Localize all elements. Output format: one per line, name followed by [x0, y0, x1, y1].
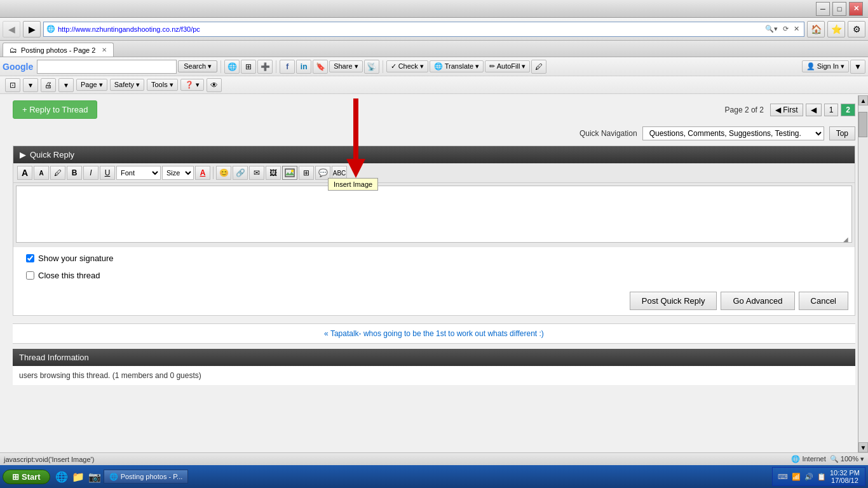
search-button[interactable]: Search ▾ — [178, 60, 217, 72]
insert-image-tooltip: Insert Image — [328, 178, 378, 191]
status-right: 🌐 Internet 🔍 100% ▾ — [791, 455, 864, 463]
favorites-button[interactable]: ⭐ — [827, 21, 845, 37]
svg-marker-1 — [285, 172, 294, 175]
font-size-decrease-btn[interactable]: A — [34, 166, 49, 180]
bold-btn[interactable]: B — [67, 166, 82, 180]
ie-dropdown1[interactable]: ▾ — [23, 78, 38, 92]
close-button[interactable]: ✕ — [849, 2, 863, 16]
go-advanced-button[interactable]: Go Advanced — [721, 292, 794, 310]
scrollbar[interactable]: ▲ ▼ — [858, 95, 868, 452]
pagination: Page 2 of 2 ◀ First ◀ 1 2 — [725, 104, 855, 116]
windows-logo: ⊞ — [12, 472, 19, 482]
ie-print-dropdown[interactable]: ▾ — [58, 78, 74, 92]
google-search-input[interactable] — [37, 60, 177, 74]
underline-btn[interactable]: U — [100, 166, 115, 180]
page-menu[interactable]: Page ▾ — [76, 79, 107, 91]
font-size-increase-btn[interactable]: A — [17, 166, 32, 180]
smiley-btn[interactable]: 😊 — [216, 166, 231, 180]
minimize-button[interactable]: ─ — [816, 2, 830, 16]
nav-bar: ◀ ▶ 🌐 http://www.nzhuntingandshooting.co… — [0, 18, 868, 41]
home-button[interactable]: 🏠 — [807, 21, 825, 37]
back-button[interactable]: ◀ — [3, 21, 20, 37]
italic-btn[interactable]: I — [83, 166, 98, 180]
start-button[interactable]: ⊞ Start — [3, 470, 50, 484]
refresh-btn[interactable]: ⟳ — [781, 24, 790, 34]
page-content: + Reply to Thread Page 2 of 2 ◀ First ◀ … — [0, 94, 868, 487]
resize-handle[interactable]: ◢ — [843, 236, 851, 243]
safety-menu[interactable]: Safety ▾ — [110, 79, 144, 91]
share-button[interactable]: Share ▾ — [329, 60, 362, 72]
size-select[interactable]: Size — [162, 166, 194, 180]
thread-info-header: Thread Information — [13, 349, 855, 366]
taskbar-extra-icon[interactable]: 📷 — [87, 470, 102, 484]
taskbar-ie-icon[interactable]: 🌐 — [54, 470, 69, 484]
toolbar-sep1 — [213, 166, 214, 179]
globe-icon-btn[interactable]: 🌐 — [224, 60, 240, 74]
ie-icon2[interactable]: 🖨 — [41, 78, 56, 92]
taskbar-items: 🌐 📁 📷 🌐 Posting photos - P... — [51, 470, 771, 484]
ie-icon1[interactable]: ⊡ — [5, 78, 20, 92]
forward-button[interactable]: ▶ — [23, 21, 41, 37]
email-btn[interactable]: ✉ — [249, 166, 264, 180]
image-url-btn[interactable]: 🖼 — [266, 166, 281, 180]
search-dropdown[interactable]: 🔍▾ — [763, 24, 780, 34]
first-page-button[interactable]: ◀ First — [770, 104, 803, 116]
editor-toolbar: A A 🖊 B I U Font Size A 😊 🔗 ✉ 🖼 — [13, 163, 855, 183]
show-signature-label: Show your signature — [38, 254, 114, 263]
font-select[interactable]: Font — [116, 166, 161, 180]
show-signature-checkbox[interactable] — [26, 254, 34, 262]
grid-icon-btn[interactable]: ⊞ — [241, 60, 256, 74]
taskbar-ie-window[interactable]: 🌐 Posting photos - P... — [104, 470, 189, 484]
quick-reply-header-label: Quick Reply — [30, 150, 74, 159]
tools-menu[interactable]: Tools ▾ — [147, 79, 178, 91]
clock: 10:32 PM 17/08/12 — [830, 469, 860, 484]
stop-btn[interactable]: ✕ — [792, 24, 801, 34]
translate-button[interactable]: 🌐 Translate ▾ — [430, 60, 484, 72]
top-button[interactable]: Top — [829, 126, 855, 140]
plus-icon-btn[interactable]: ➕ — [257, 60, 273, 74]
tapatalk-link[interactable]: « Tapatalk- whos going to be the 1st to … — [324, 329, 544, 338]
check-button[interactable]: ✓ Check ▾ — [386, 60, 428, 72]
autofill-button[interactable]: ✏ AutoFill ▾ — [485, 60, 530, 72]
taskbar-folder-icon[interactable]: 📁 — [71, 470, 86, 484]
remove-formatting-btn[interactable]: 🖊 — [50, 166, 65, 180]
prev-page-button[interactable]: ◀ — [806, 104, 822, 116]
cancel-button[interactable]: Cancel — [799, 292, 848, 310]
close-thread-row: Close this thread — [20, 267, 848, 284]
settings-icon[interactable]: ▼ — [850, 60, 865, 74]
link-btn[interactable]: 🔗 — [233, 166, 248, 180]
reply-thread-button[interactable]: + Reply to Thread — [13, 100, 97, 119]
help-menu[interactable]: ❓ ▾ — [180, 79, 204, 91]
facebook-icon-btn[interactable]: f — [280, 60, 295, 74]
post-quick-reply-button[interactable]: Post Quick Reply — [630, 292, 717, 310]
taskbar: ⊞ Start 🌐 📁 📷 🌐 Posting photos - P... ⌨ … — [0, 465, 868, 487]
active-tab[interactable]: 🗂 Posting photos - Page 2 ✕ — [3, 43, 114, 57]
font-color-btn[interactable]: A — [195, 166, 210, 180]
quick-nav-select[interactable]: Questions, Comments, Suggestions, Testin… — [642, 126, 824, 140]
google-toolbar: Google Search ▾ 🌐 ⊞ ➕ f in 🔖 Share ▾ 📡 ✓… — [0, 57, 868, 76]
maximize-button[interactable]: □ — [832, 2, 846, 16]
tools-button[interactable]: ⚙ — [848, 21, 865, 37]
sign-in-button[interactable]: 👤 Sign In ▾ — [802, 60, 849, 72]
insert-image-btn[interactable] — [282, 166, 297, 180]
rss-icon-btn[interactable]: 📡 — [364, 60, 379, 74]
autofill-icon[interactable]: 🖊 — [531, 60, 546, 74]
close-thread-checkbox[interactable] — [26, 271, 34, 280]
show-signature-row: Show your signature — [20, 250, 848, 267]
volume-icon: 🔊 — [804, 473, 813, 481]
table-btn[interactable]: ⊞ — [299, 166, 314, 180]
insert-image-icon — [285, 168, 295, 178]
taskbar-right: ⌨ 📶 🔊 📋 10:32 PM 17/08/12 — [772, 467, 865, 486]
separator3 — [383, 60, 383, 73]
bookmark-icon-btn[interactable]: 🔖 — [313, 60, 328, 74]
reply-textarea[interactable] — [16, 186, 852, 243]
address-text[interactable]: http://www.nzhuntingandshooting.co.nz/f3… — [58, 25, 761, 33]
tab-close-button[interactable]: ✕ — [102, 46, 107, 53]
eye-icon[interactable]: 👁 — [207, 78, 222, 92]
linkedin-icon-btn[interactable]: in — [296, 60, 311, 74]
quick-nav-row: Quick Navigation Questions, Comments, Su… — [13, 126, 855, 140]
page2-button[interactable]: 2 — [841, 104, 855, 116]
page1-button[interactable]: 1 — [824, 104, 839, 116]
thread-information-section: Thread Information users browsing this t… — [13, 349, 855, 385]
page-count-label: Page 2 of 2 — [725, 105, 764, 114]
